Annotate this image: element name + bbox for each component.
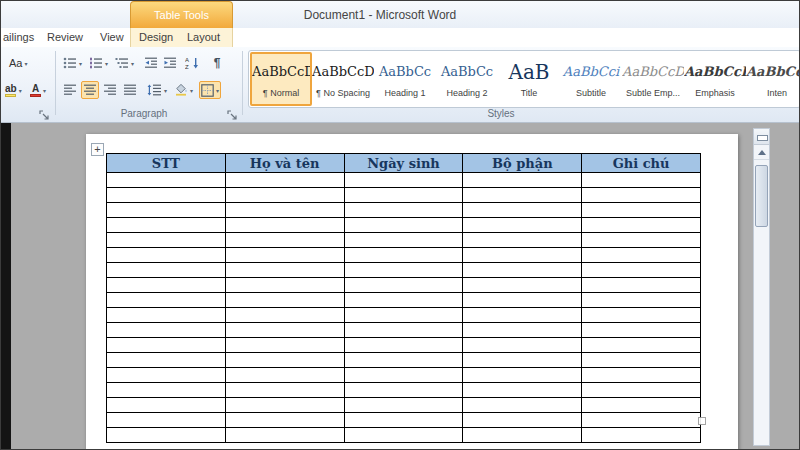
paragraph-dialog-launcher[interactable] [227,107,240,120]
table-cell[interactable] [107,233,226,248]
table-cell[interactable] [463,308,582,323]
table-cell[interactable] [582,233,701,248]
table-cell[interactable] [582,263,701,278]
table-cell[interactable] [107,353,226,368]
table-cell[interactable] [225,398,344,413]
table-cell[interactable] [582,353,701,368]
table-row[interactable] [107,203,701,218]
table-cell[interactable] [107,188,226,203]
table-row[interactable] [107,368,701,383]
style-no-spacing[interactable]: AaBbCcDd ¶ No Spacing [312,52,374,106]
tab-design[interactable]: Design [139,31,173,43]
table-cell[interactable] [225,353,344,368]
table-cell[interactable] [463,413,582,428]
table-cell[interactable] [344,353,463,368]
table-cell[interactable] [225,413,344,428]
table-cell[interactable] [225,383,344,398]
table-cell[interactable] [225,428,344,443]
show-hide-formatting-button[interactable]: ¶ [208,54,226,72]
document-table[interactable]: STT Họ và tên Ngày sinh Bộ phận Ghi chú [106,153,701,443]
table-cell[interactable] [582,368,701,383]
ruler-toggle-button[interactable] [754,129,769,145]
table-move-handle[interactable] [91,143,104,156]
align-right-button[interactable] [101,81,119,99]
table-cell[interactable] [225,263,344,278]
table-cell[interactable] [107,218,226,233]
tab-review[interactable]: Review [47,31,83,43]
table-cell[interactable] [107,248,226,263]
multilevel-list-button[interactable] [113,54,136,72]
tab-mailings-partial[interactable]: ailings [3,31,34,43]
numbering-button[interactable] [87,54,110,72]
table-cell[interactable] [107,173,226,188]
table-cell[interactable] [344,398,463,413]
align-center-button[interactable] [81,81,99,99]
table-cell[interactable] [107,398,226,413]
table-header-cell-stt[interactable]: STT [107,154,226,173]
table-cell[interactable] [463,293,582,308]
increase-indent-button[interactable] [161,54,179,72]
table-row[interactable] [107,338,701,353]
table-row[interactable] [107,398,701,413]
table-cell[interactable] [344,308,463,323]
table-cell[interactable] [107,383,226,398]
table-cell[interactable] [225,233,344,248]
table-cell[interactable] [582,413,701,428]
table-cell[interactable] [225,293,344,308]
style-subtle-emphasis[interactable]: AaBbCcDd Subtle Emp... [622,52,684,106]
table-cell[interactable] [463,218,582,233]
style-subtitle[interactable]: AaBbCci Subtitle [560,52,622,106]
document-page[interactable]: STT Họ và tên Ngày sinh Bộ phận Ghi chú [86,134,738,450]
table-row[interactable] [107,173,701,188]
style-normal[interactable]: AaBbCcDd ¶ Normal [250,52,312,106]
align-left-button[interactable] [61,81,79,99]
table-cell[interactable] [107,413,226,428]
table-cell[interactable] [344,233,463,248]
table-row[interactable] [107,308,701,323]
table-cell[interactable] [225,248,344,263]
tab-layout[interactable]: Layout [187,31,220,43]
table-cell[interactable] [225,218,344,233]
shading-button[interactable] [172,81,195,99]
table-cell[interactable] [107,428,226,443]
table-row[interactable] [107,188,701,203]
table-cell[interactable] [107,203,226,218]
table-cell[interactable] [463,368,582,383]
bullets-button[interactable] [61,54,84,72]
table-cell[interactable] [582,428,701,443]
font-color-button[interactable]: A [28,81,48,99]
table-cell[interactable] [225,188,344,203]
text-highlight-button[interactable]: ab [3,81,24,99]
table-cell[interactable] [225,278,344,293]
table-cell[interactable] [225,338,344,353]
table-header-cell-department[interactable]: Bộ phận [463,154,582,173]
change-case-button[interactable]: Aa [7,54,29,72]
table-header-cell-name[interactable]: Họ và tên [225,154,344,173]
table-cell[interactable] [344,248,463,263]
table-row[interactable] [107,218,701,233]
table-cell[interactable] [107,338,226,353]
table-cell[interactable] [463,203,582,218]
table-cell[interactable] [344,368,463,383]
table-cell[interactable] [463,338,582,353]
table-cell[interactable] [582,173,701,188]
table-cell[interactable] [344,203,463,218]
table-row[interactable] [107,383,701,398]
font-dialog-launcher[interactable] [39,107,52,120]
vertical-scrollbar[interactable] [753,128,770,446]
table-row[interactable] [107,233,701,248]
table-row[interactable] [107,323,701,338]
table-cell[interactable] [344,173,463,188]
table-cell[interactable] [225,308,344,323]
table-cell[interactable] [463,428,582,443]
table-cell[interactable] [463,398,582,413]
justify-button[interactable] [121,81,139,99]
table-cell[interactable] [107,323,226,338]
table-row[interactable] [107,278,701,293]
table-row[interactable] [107,413,701,428]
table-cell[interactable] [463,353,582,368]
table-cell[interactable] [225,173,344,188]
table-cell[interactable] [225,368,344,383]
tab-view[interactable]: View [100,31,124,43]
style-intense-emphasis[interactable]: AaBbCcD Inten [746,52,800,106]
